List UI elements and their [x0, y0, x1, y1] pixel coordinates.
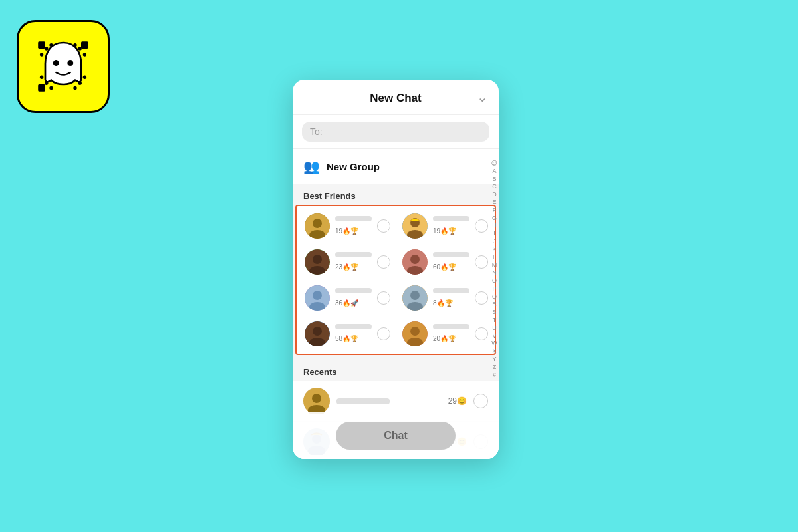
- svg-rect-16: [38, 84, 45, 92]
- friend-select-circle[interactable]: [475, 255, 488, 269]
- friend-name-bar: [335, 324, 372, 329]
- svg-point-39: [410, 327, 420, 336]
- new-group-label: New Group: [327, 161, 380, 172]
- alpha-letter[interactable]: E: [491, 199, 497, 206]
- friend-avatar: [305, 321, 330, 346]
- svg-point-36: [313, 327, 322, 336]
- friend-item[interactable]: 36🔥🚀: [299, 281, 396, 315]
- best-friends-grid: 19🔥🏆 19🔥🏆: [295, 205, 496, 355]
- alpha-letter[interactable]: Y: [491, 356, 497, 363]
- friend-name-bar: [433, 252, 469, 257]
- svg-point-42: [312, 394, 321, 403]
- friend-item[interactable]: 23🔥🏆: [299, 245, 396, 279]
- friend-select-circle[interactable]: [377, 219, 390, 233]
- friend-select-circle[interactable]: [475, 219, 488, 233]
- modal-header: New Chat ⌄: [293, 80, 499, 115]
- friend-select-circle[interactable]: [475, 291, 488, 305]
- friend-item[interactable]: 20🔥🏆: [397, 317, 493, 351]
- alpha-letter[interactable]: M: [491, 262, 497, 269]
- alpha-letter[interactable]: R: [491, 301, 497, 309]
- friend-info: 36🔥🚀: [335, 288, 372, 308]
- alpha-letter[interactable]: C: [491, 184, 497, 191]
- alpha-letter[interactable]: D: [491, 192, 497, 199]
- alpha-letter[interactable]: S: [491, 309, 497, 316]
- friend-score: 23🔥🏆: [335, 263, 358, 271]
- chat-button[interactable]: Chat: [336, 422, 456, 450]
- friend-name-bar: [433, 216, 469, 221]
- svg-rect-14: [38, 41, 45, 49]
- alpha-letter[interactable]: H: [491, 223, 497, 230]
- friend-info: 19🔥🏆: [335, 216, 372, 236]
- svg-point-7: [83, 53, 86, 56]
- recent-select-circle[interactable]: [473, 394, 488, 408]
- friend-score: 60🔥🏆: [433, 263, 456, 271]
- alpha-letter[interactable]: Q: [491, 293, 497, 301]
- friend-avatar: [305, 285, 330, 311]
- alpha-letter[interactable]: K: [491, 246, 497, 253]
- friend-avatar: [305, 213, 330, 239]
- svg-point-18: [313, 219, 322, 228]
- svg-rect-15: [81, 41, 88, 49]
- friend-info: 19🔥🏆: [433, 216, 469, 236]
- friend-name-bar: [433, 288, 469, 293]
- svg-point-12: [83, 76, 86, 79]
- close-icon[interactable]: ⌄: [477, 89, 488, 105]
- friend-item[interactable]: 19🔥🏆: [397, 209, 493, 243]
- alpha-letter[interactable]: X: [491, 348, 497, 355]
- modal-title: New Chat: [370, 92, 421, 105]
- friend-item[interactable]: 58🔥🏆: [299, 317, 396, 351]
- friend-name-bar: [433, 324, 469, 329]
- alpha-letter[interactable]: I: [491, 231, 497, 238]
- alpha-letter[interactable]: Z: [491, 364, 497, 371]
- friend-item[interactable]: 8🔥🏆: [397, 281, 493, 315]
- friend-score: 20🔥🏆: [433, 335, 456, 342]
- friend-score: 19🔥🏆: [335, 227, 358, 235]
- friend-score: 19🔥🏆: [433, 227, 456, 235]
- alpha-letter[interactable]: N: [491, 270, 497, 277]
- alpha-letter[interactable]: A: [491, 168, 497, 175]
- alpha-letter[interactable]: B: [491, 176, 497, 183]
- svg-point-9: [40, 76, 43, 79]
- friend-name-bar: [335, 252, 372, 257]
- chat-button-overlay: Chat: [293, 412, 499, 459]
- svg-point-3: [49, 43, 53, 47]
- new-group-row[interactable]: 👥 New Group: [293, 149, 499, 184]
- to-input[interactable]: To:: [302, 122, 489, 142]
- alpha-letter[interactable]: W: [491, 340, 497, 348]
- alpha-letter[interactable]: P: [491, 285, 497, 293]
- alpha-letter[interactable]: #: [491, 372, 497, 379]
- svg-point-1: [67, 60, 73, 66]
- friend-item[interactable]: 60🔥🏆: [397, 245, 493, 279]
- friend-select-circle[interactable]: [475, 327, 488, 340]
- recent-avatar: [303, 388, 330, 414]
- best-friends-title: Best Friends: [293, 184, 499, 205]
- alpha-letter[interactable]: @: [491, 160, 497, 167]
- alpha-letter[interactable]: V: [491, 332, 497, 340]
- friend-info: 58🔥🏆: [335, 324, 372, 344]
- alpha-letter[interactable]: F: [491, 207, 497, 214]
- alpha-letter[interactable]: O: [491, 277, 497, 285]
- friend-select-circle[interactable]: [377, 255, 390, 269]
- alpha-letter[interactable]: J: [491, 238, 497, 245]
- friend-item[interactable]: 19🔥🏆: [299, 209, 396, 243]
- phone-modal: New Chat ⌄ To: 👥 New Group Best Friends …: [293, 80, 499, 459]
- alpha-letter[interactable]: U: [491, 325, 497, 332]
- svg-point-6: [73, 43, 76, 47]
- alpha-letter[interactable]: G: [491, 215, 497, 222]
- alpha-letter[interactable]: L: [491, 254, 497, 261]
- recent-info: [336, 398, 442, 404]
- recent-right: 29😊: [448, 394, 488, 408]
- friend-info: 8🔥🏆: [433, 288, 469, 308]
- friend-select-circle[interactable]: [377, 327, 390, 340]
- friend-info: 60🔥🏆: [433, 252, 469, 272]
- recent-score: 29😊: [448, 396, 467, 406]
- svg-point-33: [410, 291, 420, 300]
- friend-select-circle[interactable]: [377, 291, 390, 305]
- friend-avatar: [402, 213, 428, 239]
- svg-point-4: [40, 53, 43, 56]
- friend-score: 36🔥🚀: [335, 299, 358, 307]
- friend-name-bar: [335, 288, 372, 293]
- svg-point-13: [73, 86, 76, 90]
- alpha-letter[interactable]: T: [491, 317, 497, 324]
- friend-score: 58🔥🏆: [335, 335, 358, 342]
